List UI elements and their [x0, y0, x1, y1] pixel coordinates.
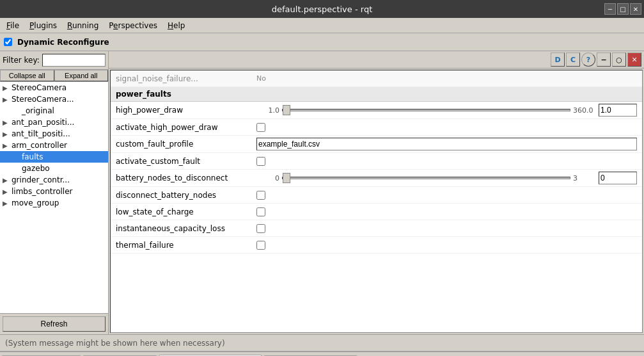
tree-label: grinder_contr...: [12, 175, 70, 184]
toolbar-row: Dynamic Reconfigure: [0, 33, 644, 51]
tree-item-grinder[interactable]: ▶ grinder_contr...: [0, 174, 108, 186]
param-row-high-power-draw: high_power_draw 1.0 360.0: [111, 102, 642, 119]
arrow-icon: [13, 165, 22, 172]
param-name-instant-capacity: instantaneous_capacity_loss: [116, 224, 256, 233]
tree-item-gazebo[interactable]: gazebo: [0, 163, 108, 174]
arrow-icon: [13, 108, 22, 115]
tree-item-ant-pan[interactable]: ▶ ant_pan_positi...: [0, 117, 108, 128]
param-row-disconnect-battery: disconnect_battery_nodes: [111, 187, 642, 204]
hidden-row: signal_noise_failure... No: [111, 70, 642, 87]
collapse-all-button[interactable]: Collapse all: [0, 70, 54, 81]
param-name-activate-custom-fault: activate_custom_fault: [116, 157, 256, 166]
tree-label: ant_pan_positi...: [12, 118, 74, 127]
panel-area: Filter key: Collapse all Expand all ▶ St…: [0, 51, 644, 334]
param-name-high-power-draw: high_power_draw: [116, 106, 256, 115]
param-control-disconnect-battery: [256, 191, 637, 200]
arrow-icon: [13, 154, 22, 161]
tree-item-original[interactable]: _original: [0, 105, 108, 117]
menu-file[interactable]: File: [3, 20, 23, 31]
main-container: Dynamic Reconfigure Filter key: Collapse…: [0, 33, 644, 334]
arrow-icon: ▶: [3, 96, 12, 103]
arrow-icon: ▶: [3, 200, 12, 207]
sidebar-tree: ▶ StereoCamera ▶ StereoCamera... _origin…: [0, 82, 108, 313]
window-title: default.perspective - rqt: [272, 4, 372, 14]
tree-label: _original: [22, 106, 54, 115]
right-panel-header: D C ? − ○ ✕: [109, 51, 644, 69]
d-icon-button[interactable]: D: [551, 53, 565, 67]
checkbox-thermal-failure[interactable]: [256, 241, 265, 250]
param-name-battery-nodes: battery_nodes_to_disconnect: [116, 174, 256, 182]
arrow-icon: ▶: [3, 177, 12, 184]
arrow-icon: ▶: [3, 188, 12, 195]
sidebar: Filter key: Collapse all Expand all ▶ St…: [0, 51, 109, 334]
circle-icon-button[interactable]: ○: [612, 53, 626, 67]
tree-item-faults[interactable]: faults: [0, 151, 108, 163]
tree-label: gazebo: [22, 164, 50, 173]
tree-label: arm_controller: [12, 141, 67, 150]
tree-item-limbs[interactable]: ▶ limbs_controller: [0, 186, 108, 197]
tree-label: move_group: [12, 198, 59, 207]
arrow-icon: ▶: [3, 119, 12, 126]
status-bar: (System message might be shown here when…: [0, 334, 644, 351]
checkbox-activate-custom-fault[interactable]: [256, 157, 265, 166]
window-controls: − □ ✕: [604, 3, 641, 15]
dynamic-reconfigure-checkbox[interactable]: [4, 38, 12, 46]
status-message: (System message might be shown here when…: [5, 339, 225, 348]
refresh-button[interactable]: Refresh: [3, 316, 106, 332]
close-panel-button[interactable]: ✕: [627, 53, 641, 67]
param-name-disconnect-battery: disconnect_battery_nodes: [116, 191, 256, 200]
slider-high-power-draw[interactable]: [282, 109, 570, 111]
tree-item-arm-controller[interactable]: ▶ arm_controller: [0, 140, 108, 151]
checkbox-low-state[interactable]: [256, 207, 265, 216]
param-row-activate-custom-fault: activate_custom_fault: [111, 153, 642, 170]
minimize-button[interactable]: −: [604, 3, 616, 15]
checkbox-instant-capacity[interactable]: [256, 224, 265, 233]
filter-input[interactable]: [42, 54, 106, 67]
tree-item-stereocamera[interactable]: ▶ StereoCamera: [0, 82, 108, 93]
tree-label: StereoCamera...: [12, 95, 74, 104]
filter-row: Filter key:: [0, 51, 108, 70]
param-max-battery-nodes: 3: [573, 174, 596, 182]
menu-plugins[interactable]: Plugins: [26, 20, 61, 31]
titlebar: default.perspective - rqt − □ ✕: [0, 0, 644, 18]
arrow-icon: ▶: [3, 131, 12, 138]
menu-perspectives[interactable]: Perspectives: [105, 20, 161, 31]
param-name-thermal-failure: thermal_failure: [116, 241, 256, 250]
c-icon-button[interactable]: C: [566, 53, 580, 67]
tree-item-stereocamera2[interactable]: ▶ StereoCamera...: [0, 93, 108, 105]
refresh-container: Refresh: [0, 313, 108, 334]
tree-label: faults: [22, 152, 43, 161]
param-name-activate-high-power-draw: activate_high_power_draw: [116, 123, 256, 132]
checkbox-activate-high-power-draw[interactable]: [256, 123, 265, 132]
slider-battery-nodes[interactable]: [282, 177, 570, 179]
help-icon-button[interactable]: ?: [581, 53, 595, 67]
tree-item-move-group[interactable]: ▶ move_group: [0, 197, 108, 209]
param-control-custom-fault-profile: [256, 138, 637, 150]
checkbox-disconnect-battery[interactable]: [256, 191, 265, 200]
menu-running[interactable]: Running: [63, 20, 102, 31]
expand-all-button[interactable]: Expand all: [54, 70, 109, 81]
param-row-custom-fault-profile: custom_fault_profile: [111, 136, 642, 153]
hidden-param-control: No: [256, 74, 637, 83]
param-min-high-power-draw: 1.0: [256, 106, 279, 115]
tree-label: limbs_controller: [12, 187, 72, 196]
param-content: signal_noise_failure... No power_faults …: [110, 70, 643, 333]
menubar: File Plugins Running Perspectives Help: [0, 18, 644, 33]
param-control-activate-custom-fault: [256, 157, 637, 166]
minus-icon-button[interactable]: −: [597, 53, 611, 67]
param-row-low-state: low_state_of_charge: [111, 204, 642, 220]
section-header-power-faults: power_faults: [111, 87, 642, 102]
arrow-icon: ▶: [3, 85, 12, 92]
maximize-button[interactable]: □: [617, 3, 629, 15]
text-input-custom-fault-profile[interactable]: [256, 138, 637, 150]
dynamic-reconfigure-label: Dynamic Reconfigure: [17, 38, 109, 47]
value-input-high-power-draw[interactable]: [599, 104, 637, 117]
param-row-activate-high-power-draw: activate_high_power_draw: [111, 119, 642, 136]
close-button[interactable]: ✕: [630, 3, 641, 15]
value-input-battery-nodes[interactable]: [599, 172, 637, 184]
tree-item-ant-tilt[interactable]: ▶ ant_tilt_positi...: [0, 128, 108, 140]
menu-help[interactable]: Help: [164, 20, 189, 31]
filter-label: Filter key:: [3, 56, 40, 65]
tree-label: StereoCamera: [12, 83, 67, 92]
param-control-instant-capacity: [256, 224, 637, 233]
